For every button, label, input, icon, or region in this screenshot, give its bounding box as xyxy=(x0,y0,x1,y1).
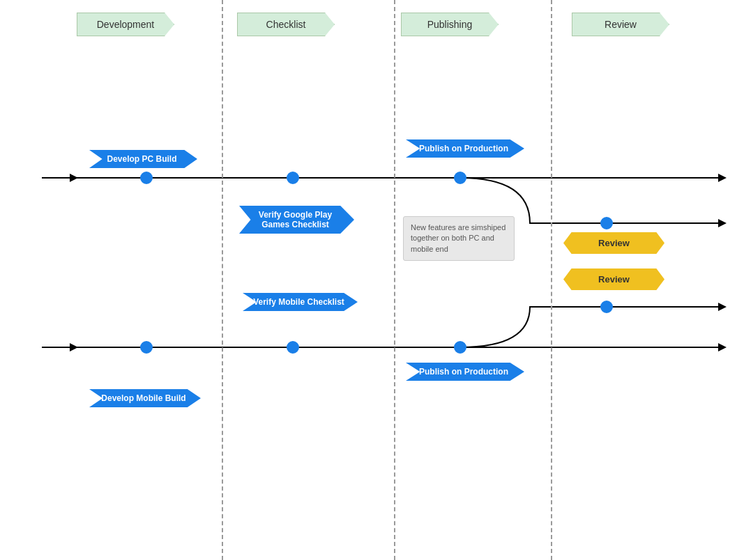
node-mobile-checklist xyxy=(287,341,299,354)
review-label-2[interactable]: Review xyxy=(563,268,664,290)
diagram: Development Checklist Publishing Review … xyxy=(0,0,737,560)
node-pc-dev xyxy=(140,172,153,184)
divider-1 xyxy=(222,0,223,560)
header-review: Review xyxy=(572,13,669,36)
svg-marker-1 xyxy=(718,174,727,182)
node-pc-publish xyxy=(454,172,466,184)
node-pc-review xyxy=(600,217,613,229)
publish-mobile-label[interactable]: Publish on Production xyxy=(406,363,524,381)
verify-google-label[interactable]: Verify Google PlayGames Checklist xyxy=(239,206,354,234)
publish-pc-label[interactable]: Publish on Production xyxy=(406,139,524,158)
node-pc-checklist xyxy=(287,172,299,184)
review-label-1[interactable]: Review xyxy=(563,232,664,254)
node-mobile-review xyxy=(600,301,613,313)
divider-2 xyxy=(394,0,395,560)
svg-marker-7 xyxy=(718,343,727,351)
svg-marker-8 xyxy=(70,174,78,182)
note-box: New features are simshiped together on b… xyxy=(403,216,515,261)
header-checklist: Checklist xyxy=(237,13,335,36)
svg-marker-9 xyxy=(70,343,78,351)
develop-pc-label[interactable]: Develop PC Build xyxy=(89,150,197,168)
svg-marker-3 xyxy=(718,219,727,227)
header-development: Development xyxy=(77,13,174,36)
header-publishing: Publishing xyxy=(401,13,499,36)
svg-marker-5 xyxy=(718,303,727,311)
verify-mobile-label[interactable]: Verify Mobile Checklist xyxy=(243,293,358,311)
develop-mobile-label[interactable]: Develop Mobile Build xyxy=(89,389,201,407)
node-mobile-dev xyxy=(140,341,153,354)
node-mobile-publish xyxy=(454,341,466,354)
divider-3 xyxy=(551,0,552,560)
